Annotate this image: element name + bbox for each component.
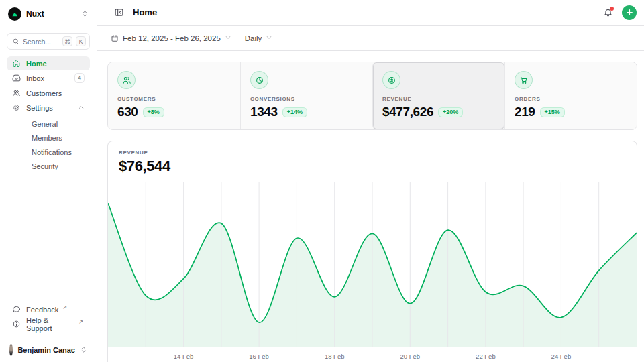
page-title: Home: [133, 7, 157, 17]
svg-text:24 Feb: 24 Feb: [551, 353, 572, 360]
sidebar-item-label: Customers: [26, 89, 62, 97]
stat-card-orders[interactable]: ORDERS 219 +15%: [504, 62, 637, 129]
stat-label: ORDERS: [515, 96, 627, 102]
revenue-area-chart: 14 Feb16 Feb18 Feb20 Feb22 Feb24 Feb: [108, 182, 637, 362]
date-range-label: Feb 12, 2025 - Feb 26, 2025: [123, 34, 221, 42]
svg-text:20 Feb: 20 Feb: [400, 353, 421, 360]
info-circle-icon: [12, 320, 21, 328]
sidebar-item-help-support[interactable]: Help & Support ↗: [7, 317, 90, 331]
stat-value: 1343: [250, 105, 278, 119]
sidebar-item-members[interactable]: Members: [32, 131, 90, 145]
stat-value: $477,626: [382, 105, 433, 119]
users-icon: [117, 71, 136, 89]
kbd-k: K: [76, 36, 86, 46]
external-link-icon: ↗: [62, 304, 67, 310]
stat-delta-badge: +15%: [540, 107, 565, 117]
plus-icon: [625, 8, 634, 17]
stat-value: 630: [117, 105, 138, 119]
content: CUSTOMERS 630 +8% CONVERSIONS 1343 +14%: [97, 51, 644, 362]
user-block: Benjamin Canac: [7, 337, 90, 358]
sidebar-item-home[interactable]: Home: [7, 56, 90, 70]
svg-text:16 Feb: 16 Feb: [249, 353, 269, 360]
sidebar-item-notifications[interactable]: Notifications: [32, 145, 90, 159]
period-label: Daily: [245, 34, 262, 42]
sidebar-top: Nuxt Search... ⌘ K Home Inbox: [7, 7, 90, 174]
svg-text:18 Feb: 18 Feb: [325, 353, 345, 360]
sidebar-item-label: Settings: [26, 104, 53, 112]
inbox-icon: [12, 74, 21, 82]
svg-text:22 Feb: 22 Feb: [476, 353, 496, 360]
stat-label: REVENUE: [382, 96, 495, 102]
notification-dot: [610, 7, 614, 11]
sidebar-item-inbox[interactable]: Inbox 4: [7, 71, 90, 85]
user-name: Benjamin Canac: [17, 346, 75, 354]
stat-value: 219: [515, 105, 535, 119]
sidebar-item-label: Home: [26, 60, 47, 68]
external-link-icon: ↗: [78, 319, 83, 325]
chart-metric-value: $76,544: [119, 158, 626, 175]
calendar-icon: [111, 34, 119, 42]
users-icon: [12, 88, 21, 97]
sidebar-item-settings[interactable]: Settings: [7, 101, 90, 115]
svg-text:14 Feb: 14 Feb: [174, 353, 194, 360]
app-window: Nuxt Search... ⌘ K Home Inbox: [0, 0, 644, 362]
sidebar-item-label: Feedback: [26, 306, 58, 314]
sidebar-footer: Feedback ↗ Help & Support ↗ Benjamin Can…: [7, 302, 90, 358]
chart-metric-label: REVENUE: [119, 149, 626, 156]
stat-card-customers[interactable]: CUSTOMERS 630 +8%: [108, 62, 240, 129]
workspace-switcher[interactable]: Nuxt: [7, 7, 90, 21]
chevron-down-icon: [266, 34, 272, 42]
avatar: [9, 344, 13, 356]
stat-delta-badge: +14%: [282, 107, 307, 117]
date-range-picker[interactable]: Feb 12, 2025 - Feb 26, 2025: [111, 34, 231, 42]
main-panel: Home Feb 12, 2025 - Feb 26, 2025: [97, 0, 644, 362]
filters-toolbar: Feb 12, 2025 - Feb 26, 2025 Daily: [97, 26, 644, 51]
inbox-count-badge: 4: [74, 73, 85, 82]
collapse-sidebar-button[interactable]: [111, 5, 127, 21]
chevron-down-icon: [225, 34, 231, 42]
kbd-meta: ⌘: [62, 36, 72, 46]
stats-row: CUSTOMERS 630 +8% CONVERSIONS 1343 +14%: [107, 62, 637, 130]
sidebar: Nuxt Search... ⌘ K Home Inbox: [0, 0, 97, 362]
settings-sub-menu: General Members Notifications Security: [23, 117, 90, 173]
gear-icon: [12, 103, 21, 112]
stat-card-conversions[interactable]: CONVERSIONS 1343 +14%: [240, 62, 372, 129]
chart-header: REVENUE $76,544: [108, 141, 637, 182]
pie-chart-icon: [250, 71, 268, 89]
nuxt-logo-icon: [8, 7, 21, 21]
sidebar-item-feedback[interactable]: Feedback ↗: [7, 302, 90, 316]
shopping-cart-icon: [515, 71, 533, 89]
sidebar-nav: Home Inbox 4 Customers Settings: [7, 56, 90, 174]
workspace-name: Nuxt: [26, 9, 76, 19]
chat-bubble-icon: [12, 305, 21, 314]
search-icon: [12, 38, 19, 45]
chevrons-up-down-icon: [80, 344, 87, 356]
sidebar-item-label: Inbox: [26, 74, 44, 82]
stat-label: CONVERSIONS: [250, 96, 363, 102]
panel-left-close-icon: [114, 7, 124, 17]
sidebar-item-label: Help & Support: [26, 316, 74, 333]
sidebar-item-general[interactable]: General: [32, 117, 90, 131]
notifications-button[interactable]: [600, 5, 616, 21]
period-select[interactable]: Daily: [245, 34, 273, 42]
chevron-up-icon: [78, 104, 85, 112]
stat-card-revenue[interactable]: REVENUE $477,626 +20%: [372, 62, 504, 129]
stat-delta-badge: +8%: [143, 107, 164, 117]
topbar: Home: [97, 0, 644, 26]
revenue-chart-card: REVENUE $76,544 14 Feb16 Feb18 Feb20 Feb…: [107, 141, 637, 362]
chart-plot-area[interactable]: 14 Feb16 Feb18 Feb20 Feb22 Feb24 Feb: [108, 182, 637, 362]
stat-label: CUSTOMERS: [117, 96, 231, 102]
stat-delta-badge: +20%: [438, 107, 463, 117]
add-button[interactable]: [622, 5, 637, 20]
sidebar-item-customers[interactable]: Customers: [7, 86, 90, 100]
chevrons-up-down-icon: [81, 8, 89, 20]
dollar-circle-icon: [382, 71, 400, 89]
home-icon: [12, 59, 21, 68]
sidebar-item-security[interactable]: Security: [32, 159, 90, 173]
search-input[interactable]: Search... ⌘ K: [7, 33, 90, 50]
user-menu[interactable]: Benjamin Canac: [7, 342, 90, 358]
search-placeholder: Search...: [23, 38, 59, 46]
